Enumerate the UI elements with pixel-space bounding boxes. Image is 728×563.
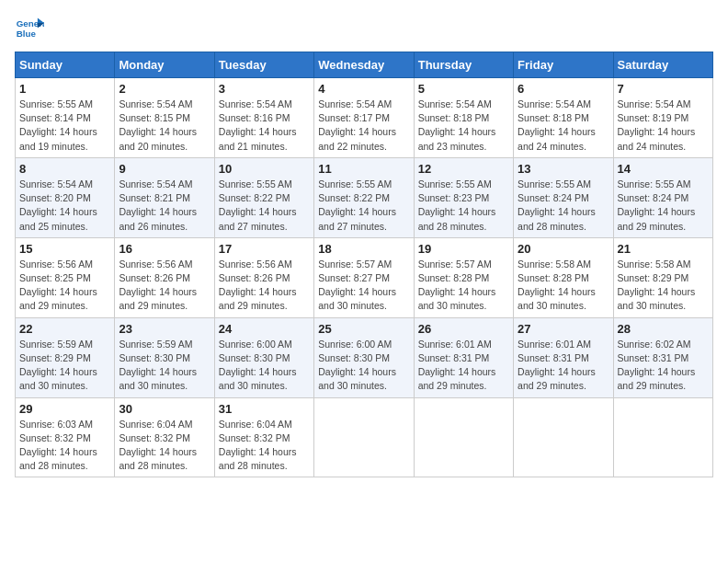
day-number: 17 [219,242,310,256]
calendar-cell: 15 Sunrise: 5:56 AMSunset: 8:25 PMDaylig… [16,237,115,317]
calendar-cell: 2 Sunrise: 5:54 AMSunset: 8:15 PMDayligh… [115,78,214,158]
calendar-cell: 18 Sunrise: 5:57 AMSunset: 8:27 PMDaylig… [314,237,414,317]
column-header-saturday: Saturday [613,52,712,78]
calendar-cell: 29 Sunrise: 6:03 AMSunset: 8:32 PMDaylig… [16,397,115,477]
day-number: 19 [418,242,509,256]
day-number: 14 [618,162,709,176]
calendar-cell: 6 Sunrise: 5:54 AMSunset: 8:18 PMDayligh… [514,78,613,158]
column-header-tuesday: Tuesday [214,52,313,78]
day-number: 2 [119,82,210,96]
day-number: 29 [19,402,110,416]
calendar-week-row: 29 Sunrise: 6:03 AMSunset: 8:32 PMDaylig… [16,397,713,477]
day-info: Sunrise: 5:54 AMSunset: 8:18 PMDaylight:… [518,98,609,154]
column-header-wednesday: Wednesday [314,52,414,78]
day-number: 21 [618,242,709,256]
day-number: 28 [618,322,709,336]
calendar-cell: 27 Sunrise: 6:01 AMSunset: 8:31 PMDaylig… [514,317,613,397]
header: General Blue [15,15,713,44]
day-info: Sunrise: 5:55 AMSunset: 8:14 PMDaylight:… [19,98,110,154]
day-number: 30 [119,402,210,416]
day-info: Sunrise: 5:54 AMSunset: 8:20 PMDaylight:… [19,178,110,234]
svg-text:Blue: Blue [17,29,37,39]
day-info: Sunrise: 6:04 AMSunset: 8:32 PMDaylight:… [119,418,210,474]
day-number: 8 [19,162,110,176]
day-number: 26 [418,322,509,336]
day-info: Sunrise: 6:04 AMSunset: 8:32 PMDaylight:… [219,418,310,474]
day-info: Sunrise: 5:54 AMSunset: 8:15 PMDaylight:… [119,98,210,154]
calendar-cell: 9 Sunrise: 5:54 AMSunset: 8:21 PMDayligh… [115,157,214,237]
day-info: Sunrise: 6:00 AMSunset: 8:30 PMDaylight:… [219,338,310,394]
calendar-cell: 22 Sunrise: 5:59 AMSunset: 8:29 PMDaylig… [16,317,115,397]
calendar-cell [613,397,712,477]
day-info: Sunrise: 6:03 AMSunset: 8:32 PMDaylight:… [19,418,110,474]
calendar-cell: 8 Sunrise: 5:54 AMSunset: 8:20 PMDayligh… [16,157,115,237]
day-number: 4 [318,82,409,96]
day-number: 18 [318,242,409,256]
logo: General Blue [15,15,48,44]
calendar-cell: 5 Sunrise: 5:54 AMSunset: 8:18 PMDayligh… [414,78,513,158]
day-info: Sunrise: 5:59 AMSunset: 8:29 PMDaylight:… [19,338,110,394]
day-number: 1 [19,82,110,96]
day-number: 3 [219,82,310,96]
calendar-header-row: SundayMondayTuesdayWednesdayThursdayFrid… [16,52,713,78]
day-number: 7 [618,82,709,96]
day-number: 31 [219,402,310,416]
day-info: Sunrise: 5:55 AMSunset: 8:24 PMDaylight:… [518,178,609,234]
calendar-cell: 3 Sunrise: 5:54 AMSunset: 8:16 PMDayligh… [214,78,313,158]
calendar-cell: 26 Sunrise: 6:01 AMSunset: 8:31 PMDaylig… [414,317,513,397]
day-number: 6 [518,82,609,96]
column-header-sunday: Sunday [16,52,115,78]
day-number: 10 [219,162,310,176]
day-number: 12 [418,162,509,176]
calendar-cell: 21 Sunrise: 5:58 AMSunset: 8:29 PMDaylig… [613,237,712,317]
calendar-cell: 23 Sunrise: 5:59 AMSunset: 8:30 PMDaylig… [115,317,214,397]
day-info: Sunrise: 6:01 AMSunset: 8:31 PMDaylight:… [518,338,609,394]
day-number: 13 [518,162,609,176]
day-info: Sunrise: 5:57 AMSunset: 8:27 PMDaylight:… [318,258,409,314]
calendar-cell: 24 Sunrise: 6:00 AMSunset: 8:30 PMDaylig… [214,317,313,397]
calendar-cell: 20 Sunrise: 5:58 AMSunset: 8:28 PMDaylig… [514,237,613,317]
day-number: 25 [318,322,409,336]
column-header-monday: Monday [115,52,214,78]
day-number: 9 [119,162,210,176]
day-info: Sunrise: 5:55 AMSunset: 8:22 PMDaylight:… [219,178,310,234]
day-info: Sunrise: 5:55 AMSunset: 8:24 PMDaylight:… [618,178,709,234]
day-info: Sunrise: 5:56 AMSunset: 8:26 PMDaylight:… [219,258,310,314]
calendar-week-row: 22 Sunrise: 5:59 AMSunset: 8:29 PMDaylig… [16,317,713,397]
calendar-cell: 28 Sunrise: 6:02 AMSunset: 8:31 PMDaylig… [613,317,712,397]
day-number: 11 [318,162,409,176]
day-number: 27 [518,322,609,336]
day-number: 24 [219,322,310,336]
day-info: Sunrise: 5:56 AMSunset: 8:26 PMDaylight:… [119,258,210,314]
calendar-cell: 19 Sunrise: 5:57 AMSunset: 8:28 PMDaylig… [414,237,513,317]
day-info: Sunrise: 5:59 AMSunset: 8:30 PMDaylight:… [119,338,210,394]
calendar-cell [514,397,613,477]
day-info: Sunrise: 5:54 AMSunset: 8:17 PMDaylight:… [318,98,409,154]
day-number: 23 [119,322,210,336]
calendar-cell: 25 Sunrise: 6:00 AMSunset: 8:30 PMDaylig… [314,317,414,397]
day-number: 5 [418,82,509,96]
day-info: Sunrise: 5:54 AMSunset: 8:21 PMDaylight:… [119,178,210,234]
day-info: Sunrise: 6:01 AMSunset: 8:31 PMDaylight:… [418,338,509,394]
calendar-cell: 13 Sunrise: 5:55 AMSunset: 8:24 PMDaylig… [514,157,613,237]
calendar-cell: 14 Sunrise: 5:55 AMSunset: 8:24 PMDaylig… [613,157,712,237]
calendar-cell: 1 Sunrise: 5:55 AMSunset: 8:14 PMDayligh… [16,78,115,158]
day-info: Sunrise: 5:55 AMSunset: 8:23 PMDaylight:… [418,178,509,234]
day-info: Sunrise: 5:55 AMSunset: 8:22 PMDaylight:… [318,178,409,234]
calendar-week-row: 8 Sunrise: 5:54 AMSunset: 8:20 PMDayligh… [16,157,713,237]
calendar-cell: 4 Sunrise: 5:54 AMSunset: 8:17 PMDayligh… [314,78,414,158]
day-info: Sunrise: 5:54 AMSunset: 8:16 PMDaylight:… [219,98,310,154]
calendar-week-row: 1 Sunrise: 5:55 AMSunset: 8:14 PMDayligh… [16,78,713,158]
column-header-thursday: Thursday [414,52,513,78]
calendar-week-row: 15 Sunrise: 5:56 AMSunset: 8:25 PMDaylig… [16,237,713,317]
calendar-cell: 7 Sunrise: 5:54 AMSunset: 8:19 PMDayligh… [613,78,712,158]
day-info: Sunrise: 6:00 AMSunset: 8:30 PMDaylight:… [318,338,409,394]
day-number: 20 [518,242,609,256]
day-info: Sunrise: 5:54 AMSunset: 8:18 PMDaylight:… [418,98,509,154]
day-info: Sunrise: 5:56 AMSunset: 8:25 PMDaylight:… [19,258,110,314]
calendar-cell: 11 Sunrise: 5:55 AMSunset: 8:22 PMDaylig… [314,157,414,237]
calendar-cell: 30 Sunrise: 6:04 AMSunset: 8:32 PMDaylig… [115,397,214,477]
calendar-table: SundayMondayTuesdayWednesdayThursdayFrid… [15,52,713,477]
day-info: Sunrise: 5:57 AMSunset: 8:28 PMDaylight:… [418,258,509,314]
column-header-friday: Friday [514,52,613,78]
